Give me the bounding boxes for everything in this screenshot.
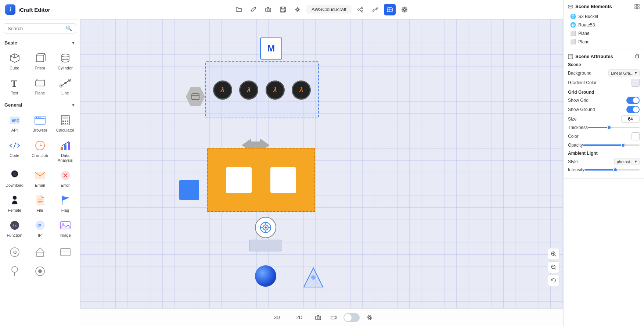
- sidebar-item-function[interactable]: ƒx Function: [2, 216, 27, 240]
- lambda-icon-3[interactable]: λ: [266, 80, 285, 100]
- sidebar-item-browser[interactable]: Browser: [28, 111, 52, 135]
- share-icon-btn[interactable]: [355, 4, 366, 15]
- sidebar-item-image[interactable]: Image: [53, 216, 78, 240]
- prism-label: Prism: [35, 66, 45, 71]
- show-ground-toggle[interactable]: [626, 106, 640, 113]
- lambda-icon-4[interactable]: λ: [292, 80, 311, 100]
- sidebar-item-text[interactable]: T Text: [2, 74, 27, 98]
- misc4-icon: [8, 265, 21, 278]
- sidebar-item-flag[interactable]: Flag: [53, 191, 78, 215]
- canvas-area[interactable]: M λ λ λ λ: [80, 19, 563, 308]
- sidebar-item-code[interactable]: Code: [2, 136, 27, 165]
- scene-elem-s3-bucket[interactable]: 🌐 S3 Bucket: [568, 12, 640, 21]
- settings-bottom-icon[interactable]: [364, 312, 375, 323]
- sidebar-item-api[interactable]: API API: [2, 111, 27, 135]
- orange-group[interactable]: [207, 148, 315, 212]
- btn-2d[interactable]: 2D: [291, 313, 309, 322]
- sidebar-item-prism[interactable]: Prism: [28, 49, 52, 73]
- m-box-element[interactable]: M: [260, 37, 282, 60]
- svg-point-77: [361, 11, 363, 12]
- sidebar-item-ip[interactable]: IP IP: [28, 216, 52, 240]
- target-element[interactable]: [255, 217, 276, 238]
- svg-point-100: [311, 275, 316, 280]
- video-bottom-icon[interactable]: [328, 312, 339, 323]
- expand-icon[interactable]: [634, 4, 640, 9]
- cron-job-label: Cron Job: [32, 153, 48, 158]
- view-3d-icon-btn[interactable]: [384, 4, 396, 15]
- blue-square-element[interactable]: [179, 180, 199, 200]
- zoom-out-btn[interactable]: [548, 261, 560, 273]
- search-bar[interactable]: 🔍: [4, 23, 76, 33]
- target-icon-btn[interactable]: [399, 4, 410, 15]
- svg-point-70: [267, 9, 269, 11]
- show-grid-toggle[interactable]: [626, 97, 640, 104]
- text-label: Text: [11, 91, 18, 96]
- thickness-slider[interactable]: [588, 127, 640, 128]
- svg-rect-122: [636, 55, 638, 58]
- lambda-icon-1[interactable]: λ: [213, 80, 232, 100]
- svg-rect-31: [65, 121, 66, 122]
- misc2-icon: [33, 246, 47, 259]
- triangle-element[interactable]: [302, 266, 324, 289]
- sidebar-item-data-analysis[interactable]: Data Analysis: [53, 136, 78, 165]
- scene-elem-plane-1[interactable]: ⬜ Plane: [568, 29, 640, 37]
- camera-bottom-icon[interactable]: [313, 312, 324, 323]
- save-icon-btn[interactable]: [277, 4, 289, 15]
- sidebar-item-file[interactable]: File: [28, 191, 52, 215]
- color-label: Color: [568, 134, 579, 139]
- intensity-slider[interactable]: [584, 169, 640, 171]
- gradient-color-swatch[interactable]: [632, 79, 640, 87]
- sidebar-item-misc1[interactable]: ⚙: [2, 243, 27, 261]
- sidebar-item-female[interactable]: Female: [2, 191, 27, 215]
- style-select[interactable]: photost... ▾: [614, 158, 640, 165]
- reset-zoom-btn[interactable]: [548, 275, 560, 286]
- copy-icon[interactable]: [634, 54, 640, 59]
- svg-point-18: [60, 85, 62, 87]
- pencil-icon-btn[interactable]: [248, 4, 259, 15]
- link-icon-btn[interactable]: [369, 4, 381, 15]
- sidebar-item-cron-job[interactable]: Cron Job: [28, 136, 52, 165]
- opacity-slider[interactable]: [583, 144, 640, 146]
- search-icon: 🔍: [66, 25, 72, 31]
- sidebar-item-misc2[interactable]: [28, 243, 52, 261]
- sidebar-item-cube[interactable]: Cube: [2, 49, 27, 73]
- scene-elem-route53[interactable]: 🌐 Route53: [568, 21, 640, 29]
- svg-text:ƒx: ƒx: [12, 223, 17, 228]
- line-icon: [59, 76, 72, 90]
- lambda-icon-2[interactable]: λ: [239, 80, 258, 100]
- sidebar-item-plane[interactable]: Plane: [28, 74, 52, 98]
- hex-icon-element[interactable]: [186, 87, 205, 106]
- cron-job-icon: [33, 139, 47, 152]
- folder-icon-btn[interactable]: [233, 4, 245, 15]
- sidebar-item-misc3[interactable]: [53, 243, 78, 261]
- zoom-controls: [548, 248, 560, 286]
- white-square-1[interactable]: [226, 167, 252, 193]
- sidebar-item-calculator[interactable]: Calculator: [53, 111, 78, 135]
- calculator-label: Calculator: [56, 128, 75, 133]
- small-rect-element[interactable]: [249, 240, 282, 251]
- sidebar-item-misc5[interactable]: [28, 262, 52, 280]
- search-input[interactable]: [8, 26, 64, 31]
- camera-icon-btn[interactable]: [262, 4, 274, 15]
- sidebar-item-misc4[interactable]: [2, 262, 27, 280]
- scene-elem-plane-2[interactable]: ⬜ Plane: [568, 37, 640, 46]
- color-swatch[interactable]: [632, 132, 640, 140]
- svg-point-109: [317, 317, 319, 319]
- zoom-in-btn[interactable]: [548, 248, 560, 260]
- mode-toggle[interactable]: [343, 313, 360, 322]
- lambda-group[interactable]: λ λ λ λ: [205, 61, 319, 118]
- size-input[interactable]: [621, 115, 640, 123]
- circle-blue-element[interactable]: [255, 265, 276, 287]
- scene-elem-route53-label: Route53: [578, 22, 595, 28]
- sidebar-item-line[interactable]: Line: [53, 74, 78, 98]
- white-square-2[interactable]: [270, 167, 296, 193]
- file-icon: [33, 194, 47, 207]
- sidebar-item-error[interactable]: Error: [53, 166, 78, 190]
- background-select[interactable]: Linear Gra... ▾: [608, 69, 640, 76]
- sidebar-item-email[interactable]: Email: [28, 166, 52, 190]
- btn-3d[interactable]: 3D: [268, 313, 286, 322]
- code-icon: [8, 139, 21, 152]
- sidebar-item-cylinder[interactable]: Cylinder: [53, 49, 78, 73]
- sidebar-item-download[interactable]: ↓ Download: [2, 166, 27, 190]
- settings-icon-btn[interactable]: [292, 4, 303, 15]
